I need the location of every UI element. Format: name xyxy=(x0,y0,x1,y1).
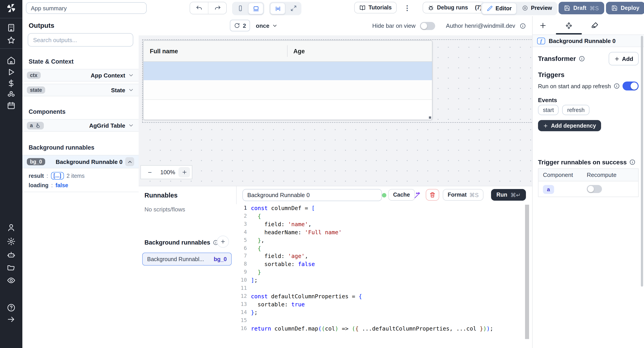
folders-icon[interactable] xyxy=(7,263,16,272)
events-label: Events xyxy=(538,97,639,103)
draft-button[interactable]: Draft⌘S xyxy=(558,2,604,14)
save-icon xyxy=(611,5,618,11)
column-divider[interactable] xyxy=(287,45,288,57)
workers-robot-icon[interactable] xyxy=(7,250,16,259)
panel-scrollbar[interactable] xyxy=(641,36,643,287)
topbar: Tutorials ⋮ Debug runs (7) Editor Previe… xyxy=(22,0,644,17)
code-line[interactable]: 13 sortable: true xyxy=(236,300,532,309)
code-line[interactable]: 4 headerName: 'Full name' xyxy=(236,228,532,236)
chevron-down-icon[interactable] xyxy=(128,122,134,128)
code-line[interactable]: 10]; xyxy=(236,276,532,284)
mobile-view-button[interactable] xyxy=(233,3,247,14)
device-toggle xyxy=(232,2,264,15)
output-row-state[interactable]: state State xyxy=(22,84,139,96)
settings-components-tab[interactable] xyxy=(565,22,573,30)
deploy-button[interactable]: Deploy xyxy=(606,2,644,14)
delete-runnable-button[interactable] xyxy=(426,189,439,201)
format-button[interactable]: Format⌘S xyxy=(443,189,484,201)
hide-bar-toggle[interactable] xyxy=(420,22,435,30)
home-icon[interactable] xyxy=(7,56,16,65)
app-canvas[interactable]: Full name Age − 100% xyxy=(139,35,532,186)
code-line[interactable]: 8 sortable: false xyxy=(236,260,532,268)
redo-button[interactable] xyxy=(208,2,226,14)
more-menu-button[interactable]: ⋮ xyxy=(404,4,410,12)
variables-dollar-icon[interactable] xyxy=(7,79,16,88)
output-row-bg0[interactable]: bg_0 Background Runnable 0 xyxy=(22,155,139,168)
settings-gear-icon[interactable] xyxy=(7,237,16,246)
refresh-count-button[interactable]: 2 xyxy=(230,20,250,31)
expand-sidebar-arrow-icon[interactable] xyxy=(7,315,16,324)
full-width-layout-button[interactable] xyxy=(286,3,300,14)
code-line[interactable]: 16return columnDef.map((col) => ({ ...de… xyxy=(236,324,532,332)
run-on-start-toggle[interactable] xyxy=(622,82,639,90)
code-line[interactable]: 9 } xyxy=(236,268,532,277)
zoom-in-button[interactable] xyxy=(178,167,190,177)
component-resize-handle[interactable] xyxy=(429,116,431,119)
chevron-down-icon[interactable] xyxy=(128,87,134,93)
audit-eye-icon[interactable] xyxy=(7,276,16,285)
table-row-selected[interactable] xyxy=(144,62,432,80)
code-editor[interactable]: 1const columnDef = [2 {3 field: 'name',4… xyxy=(236,204,532,348)
output-row-component-a[interactable]: a AgGrid Table xyxy=(22,119,139,132)
code-line[interactable]: 15 xyxy=(236,316,532,324)
info-icon[interactable] xyxy=(630,159,636,165)
chevron-down-icon[interactable] xyxy=(128,72,134,78)
code-line[interactable]: 3 field: 'name', xyxy=(236,220,532,228)
output-row-ctx[interactable]: ctx App Context xyxy=(22,69,139,82)
selected-runnable-header: f Background Runnable 0 xyxy=(533,35,644,47)
runs-play-icon[interactable] xyxy=(7,68,16,77)
info-icon[interactable] xyxy=(520,23,526,29)
centered-layout-button[interactable] xyxy=(270,3,285,14)
table-column-header[interactable]: Age xyxy=(294,48,305,54)
code-line[interactable]: 6 { xyxy=(236,244,532,252)
zoom-out-button[interactable]: − xyxy=(143,168,157,176)
table-header-row: Component Recompute xyxy=(538,169,638,182)
editor-scrollbar[interactable] xyxy=(525,205,529,339)
ai-wand-icon[interactable] xyxy=(413,191,421,199)
recompute-toggle[interactable] xyxy=(587,185,602,193)
code-line[interactable]: 7 field: 'age', xyxy=(236,252,532,260)
info-icon[interactable] xyxy=(578,56,585,62)
favorites-star-icon[interactable] xyxy=(7,36,16,45)
hide-bar-label: Hide bar on view xyxy=(372,22,416,29)
refresh-mode-dropdown[interactable]: once xyxy=(256,20,278,31)
help-icon[interactable] xyxy=(7,303,16,312)
expand-result-button[interactable]: [...] xyxy=(51,172,64,180)
app-summary-input[interactable] xyxy=(26,2,147,14)
table-column-header[interactable]: Full name xyxy=(144,48,178,54)
debug-runs-button[interactable]: Debug runs (7) xyxy=(422,2,486,14)
event-chip-refresh: refresh xyxy=(562,105,590,115)
table-row[interactable] xyxy=(144,80,432,100)
runnable-name-input[interactable] xyxy=(242,189,382,201)
background-runnable-item[interactable]: Background Runnabl... bg_0 xyxy=(142,253,232,266)
code-line[interactable]: 12const defaultColumnProperties = { xyxy=(236,292,532,300)
styling-brush-tab[interactable] xyxy=(591,22,599,30)
collapse-bg0-button[interactable] xyxy=(125,157,134,166)
windmill-logo-icon[interactable] xyxy=(6,3,16,14)
code-line[interactable]: 11 xyxy=(236,284,532,292)
code-line[interactable]: 5 }, xyxy=(236,236,532,244)
insert-component-tab[interactable] xyxy=(539,22,547,30)
resources-boxes-icon[interactable] xyxy=(7,90,16,99)
code-line[interactable]: 1const columnDef = [ xyxy=(236,204,532,212)
add-background-runnable-button[interactable] xyxy=(217,236,229,248)
state-badge: state xyxy=(27,86,45,94)
layout-toggle xyxy=(269,2,302,15)
workspace-building-icon[interactable] xyxy=(7,23,16,32)
run-button[interactable]: Run⌘↵ xyxy=(491,189,526,201)
users-icon[interactable] xyxy=(7,223,16,232)
add-dependency-button[interactable]: Add dependency xyxy=(538,120,601,131)
code-line[interactable]: 14}; xyxy=(236,309,532,317)
tutorials-button[interactable]: Tutorials xyxy=(354,2,397,14)
desktop-view-button[interactable] xyxy=(248,3,264,14)
undo-button[interactable] xyxy=(190,2,208,14)
cache-button[interactable]: Cache xyxy=(388,189,415,201)
code-line[interactable]: 2 { xyxy=(236,212,532,220)
schedules-calendar-icon[interactable] xyxy=(7,101,16,110)
aggrid-table-component[interactable]: Full name Age xyxy=(143,40,432,120)
search-outputs-input[interactable] xyxy=(28,33,133,47)
editor-tab[interactable]: Editor xyxy=(482,3,516,14)
preview-tab[interactable]: Preview xyxy=(518,3,556,14)
add-transformer-button[interactable]: Add xyxy=(608,52,639,65)
info-icon[interactable] xyxy=(614,83,620,89)
